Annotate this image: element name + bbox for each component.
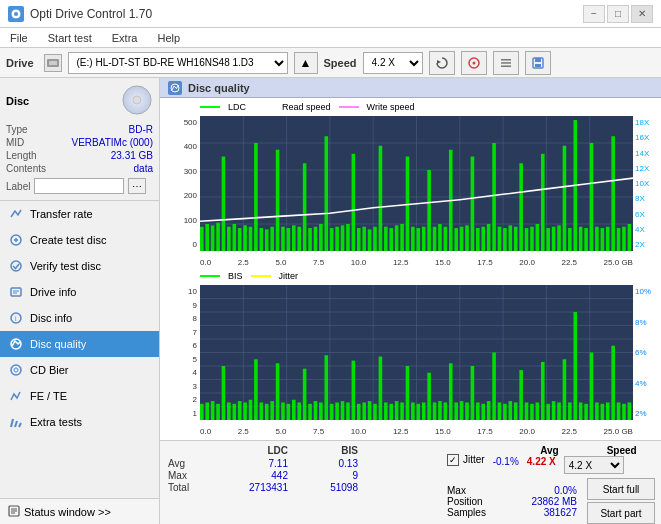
svg-rect-103	[492, 143, 496, 251]
avg-row: Avg 7.11 0.13	[168, 458, 433, 469]
bis-col-header: BIS	[288, 445, 358, 456]
svg-rect-99	[471, 157, 475, 252]
svg-rect-89	[417, 228, 421, 251]
svg-rect-122	[595, 227, 599, 251]
status-window-label: Status window >>	[24, 506, 111, 518]
svg-rect-174	[346, 402, 350, 420]
minimize-button[interactable]: −	[583, 5, 605, 23]
sidebar-item-transfer-rate[interactable]: Transfer rate	[0, 201, 159, 227]
sidebar-item-create-test-disc[interactable]: Create test disc	[0, 227, 159, 253]
svg-rect-157	[254, 359, 258, 420]
jitter-checkbox[interactable]: ✓	[447, 454, 459, 466]
svg-rect-105	[503, 228, 507, 251]
svg-rect-172	[335, 402, 339, 420]
svg-rect-60	[260, 228, 264, 251]
label-label: Label	[6, 181, 30, 192]
svg-rect-161	[276, 363, 280, 420]
window-title: Opti Drive Control 1.70	[30, 7, 583, 21]
sidebar-item-verify-test-disc[interactable]: Verify test disc	[0, 253, 159, 279]
sidebar-item-drive-info[interactable]: Drive info	[0, 279, 159, 305]
svg-rect-54	[227, 227, 231, 251]
max-jitter: 0.0%	[554, 485, 577, 496]
eject-button[interactable]: ▲	[294, 52, 318, 74]
extra-tests-label: Extra tests	[30, 416, 82, 428]
svg-rect-153	[232, 404, 236, 420]
close-button[interactable]: ✕	[631, 5, 653, 23]
ldc-label: LDC	[228, 102, 246, 112]
svg-rect-11	[535, 64, 541, 67]
refresh-button[interactable]	[429, 51, 455, 75]
save-button[interactable]	[525, 51, 551, 75]
svg-rect-128	[628, 224, 632, 251]
bis-label: BIS	[228, 271, 243, 281]
svg-rect-165	[297, 402, 301, 420]
drive-select[interactable]: (E:) HL-DT-ST BD-RE WH16NS48 1.D3	[68, 52, 288, 74]
drive-info-label: Drive info	[30, 286, 76, 298]
svg-rect-212	[552, 401, 556, 420]
menu-file[interactable]: File	[6, 30, 32, 46]
svg-rect-167	[308, 404, 312, 420]
menu-help[interactable]: Help	[153, 30, 184, 46]
disc-info-label: Disc info	[30, 312, 72, 324]
svg-line-28	[11, 419, 13, 427]
svg-rect-183	[395, 401, 399, 420]
disc-quality-header: Disc quality	[160, 78, 661, 98]
svg-rect-176	[357, 404, 361, 420]
svg-rect-101	[481, 227, 485, 251]
svg-point-27	[14, 368, 18, 372]
settings-button[interactable]	[493, 51, 519, 75]
svg-rect-52	[216, 223, 220, 251]
speed-select-stats[interactable]: 4.2 X	[564, 456, 624, 474]
svg-rect-86	[400, 224, 404, 251]
ldc-legend: LDC Read speed Write speed	[200, 102, 414, 112]
svg-rect-194	[454, 402, 458, 420]
sidebar-item-fe-te[interactable]: FE / TE	[0, 383, 159, 409]
drive-icon	[44, 54, 62, 72]
menu-extra[interactable]: Extra	[108, 30, 142, 46]
svg-rect-72	[324, 136, 328, 251]
read-speed-color	[254, 106, 274, 108]
label-browse-button[interactable]: ⋯	[128, 178, 146, 194]
sidebar-item-disc-info[interactable]: i Disc info	[0, 305, 159, 331]
status-window-button[interactable]: Status window >>	[0, 498, 159, 524]
svg-rect-75	[341, 225, 345, 251]
disc-quality-title: Disc quality	[188, 82, 250, 94]
svg-rect-188	[422, 402, 426, 420]
menu-start-test[interactable]: Start test	[44, 30, 96, 46]
svg-rect-94	[444, 227, 448, 251]
jitter-legend-color	[251, 275, 271, 277]
svg-rect-173	[341, 401, 345, 420]
svg-rect-84	[389, 228, 393, 251]
type-label: Type	[6, 124, 28, 135]
jitter-label-text: Jitter	[463, 454, 485, 465]
label-input[interactable]	[34, 178, 124, 194]
max-jitter-label: Max	[447, 485, 466, 496]
svg-rect-71	[319, 224, 323, 251]
contents-value: data	[134, 163, 153, 174]
total-label: Total	[168, 482, 218, 493]
disc-button[interactable]	[461, 51, 487, 75]
svg-rect-191	[438, 401, 442, 420]
status-window-icon	[8, 505, 20, 519]
sidebar-item-disc-quality[interactable]: Disc quality	[0, 331, 159, 357]
stats-table: LDC BIS Avg 7.11 0.13 Max 442 9 Total	[160, 441, 441, 524]
sidebar-item-cd-bier[interactable]: CD Bier	[0, 357, 159, 383]
stats-right: ✓ Jitter Avg Speed -0.1% 4.22 X	[441, 441, 661, 524]
svg-point-35	[171, 84, 179, 92]
svg-rect-110	[530, 227, 534, 251]
transfer-rate-label: Transfer rate	[30, 208, 93, 220]
svg-rect-85	[395, 225, 399, 251]
svg-rect-97	[460, 227, 464, 251]
svg-rect-204	[509, 401, 513, 420]
cd-bier-label: CD Bier	[30, 364, 69, 376]
speed-select[interactable]: 4.2 X	[363, 52, 423, 74]
maximize-button[interactable]: □	[607, 5, 629, 23]
svg-rect-125	[611, 136, 615, 251]
mid-label: MID	[6, 137, 24, 148]
sidebar-item-extra-tests[interactable]: Extra tests	[0, 409, 159, 435]
svg-rect-61	[265, 229, 269, 251]
svg-rect-222	[606, 402, 610, 420]
fe-te-label: FE / TE	[30, 390, 67, 402]
start-part-button[interactable]: Start part	[587, 502, 655, 524]
start-full-button[interactable]: Start full	[587, 478, 655, 500]
